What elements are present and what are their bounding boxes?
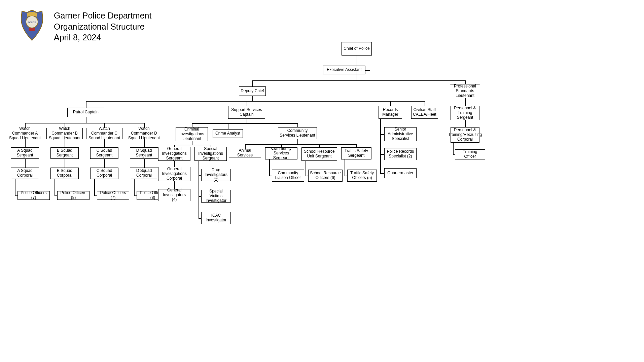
node-css: Community Services Sergeant bbox=[265, 147, 297, 159]
node-pc: Patrol Captain bbox=[67, 108, 104, 117]
node-tso5: Traffic Safety Officers (5) bbox=[347, 170, 377, 182]
node-csl: Community Services Lieutenant bbox=[278, 127, 317, 139]
svg-text:POLICE: POLICE bbox=[28, 21, 36, 24]
node-wc-d: Watch Commander D Squad Lieutenant bbox=[126, 128, 162, 139]
node-rm: Records Manager bbox=[379, 106, 402, 119]
svg-rect-1 bbox=[29, 28, 35, 31]
node-icac: ICAC Investigator bbox=[201, 212, 231, 224]
title-line3: April 8, 2024 bbox=[54, 32, 151, 43]
node-po-b: Police Officers (8) bbox=[57, 191, 90, 200]
node-cpl-d: D Squad Corporal bbox=[130, 168, 158, 179]
node-cpl-b: B Squad Corporal bbox=[50, 168, 79, 179]
node-srus: School Resource Unit Sergeant bbox=[301, 147, 337, 161]
node-sas: Senior Administrative Specialist bbox=[384, 127, 417, 141]
node-chief: Chief of Police bbox=[342, 42, 372, 56]
node-svi: Special Victims Investigator bbox=[201, 190, 231, 203]
node-psl: Professional Standards Lieutenant bbox=[450, 84, 480, 98]
title-line1: Garner Police Department bbox=[54, 10, 151, 21]
title-line2: Organizational Structure bbox=[54, 21, 151, 32]
node-wc-a: Watch Commander A Squad Lieutenant bbox=[7, 128, 43, 139]
node-clo: Community Liaison Officer bbox=[272, 170, 304, 182]
node-wc-b: Watch Commander B Squad Lieutenant bbox=[46, 128, 83, 139]
node-gis: General Investigations Sergeant bbox=[158, 147, 190, 161]
node-ea: Executive Assistant bbox=[323, 66, 365, 74]
node-sgt-d: D Squad Sergeant bbox=[130, 147, 158, 159]
node-prs2: Police Records Specialist (2) bbox=[384, 148, 417, 160]
node-sgt-c: C Squad Sergeant bbox=[90, 147, 118, 159]
node-di2: Drug Investigators (2) bbox=[201, 169, 231, 181]
node-tss: Traffic Safety Sergeant bbox=[341, 147, 371, 159]
page-title: Garner Police Department Organizational … bbox=[54, 10, 151, 43]
node-ptc: Personnel & Training/Recruiting Corporal bbox=[451, 127, 479, 143]
node-po-c: Police Officers (7) bbox=[97, 191, 129, 200]
node-cpl-a: A Squad Corporal bbox=[11, 168, 39, 179]
node-ssc: Support Services Captain bbox=[228, 106, 265, 119]
police-badge-icon: POLICE bbox=[19, 8, 45, 42]
node-csf: Civilian Staff CALEA/Fleet bbox=[411, 106, 438, 119]
node-gic: General Investigations Corporal bbox=[158, 167, 190, 181]
node-cpl-c: C Squad Corporal bbox=[90, 168, 118, 179]
node-sgt-a: A Squad Sergeant bbox=[11, 147, 39, 159]
org-chart-page: POLICE Garner Police Department Organiza… bbox=[0, 0, 644, 362]
node-sis: Special Investigations Sergeant bbox=[194, 147, 227, 161]
node-dc: Deputy Chief bbox=[239, 86, 266, 96]
node-gi4: General Investigators (4) bbox=[158, 189, 190, 201]
node-po-a: Police Officers (7) bbox=[17, 191, 50, 200]
node-to: Training Officer bbox=[455, 149, 485, 159]
node-as: Animal Services bbox=[229, 149, 261, 157]
node-cil: Criminal Investigations Lieutenant bbox=[176, 127, 208, 141]
node-wc-c: Watch Commander C Squad Lieutenant bbox=[86, 128, 122, 139]
node-sro6: School Resource Officers (6) bbox=[308, 170, 343, 182]
node-sgt-b: B Squad Sergeant bbox=[50, 147, 79, 159]
node-pts: Personnel & Training Sergeant bbox=[451, 106, 479, 120]
node-qm: Quartermaster bbox=[384, 168, 417, 178]
node-ca: Crime Analyst bbox=[213, 129, 243, 138]
